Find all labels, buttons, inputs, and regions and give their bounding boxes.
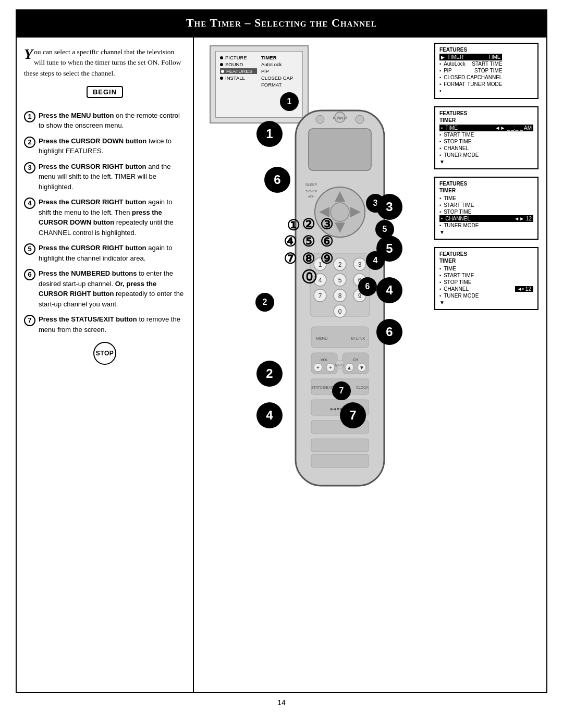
step-3-num: 3: [24, 162, 35, 174]
scr-closed-cap: CLOSED CAP: [261, 75, 298, 81]
big-circle-3: 3: [376, 194, 402, 220]
svg-text:CH: CH: [353, 358, 358, 362]
big-circle-2: 2: [256, 361, 283, 387]
scr-autolock: AutoLock: [261, 61, 298, 67]
menu4-arrow-down: ▼: [439, 299, 533, 306]
remote-svg: 1 2 3 4 5 6 7 8 9 0: [264, 108, 415, 499]
svg-text:STATUS/EXIT: STATUS/EXIT: [311, 386, 335, 389]
menu3-subtitle: TIMER: [439, 188, 533, 193]
menu1-item-closedcap: •CLOSED CAP CHANNEL: [439, 74, 502, 81]
remote-control-illustration: 1 2 3 4 5 6 7 8 9 0: [264, 108, 415, 500]
step-5: 5 Press the CURSOR RIGHT button again to…: [24, 243, 186, 263]
svg-text:8: 8: [338, 292, 342, 300]
overlay-step-1: 1: [280, 92, 299, 111]
menu4-title: FEATURES: [439, 251, 533, 257]
menu4-item-channel: •CHANNEL ◄• 12: [439, 286, 533, 292]
tv-menu-1: FEATURES ▶TIMER TIME •AutoLock START TIM…: [434, 43, 538, 99]
overlay-step-7: 7: [332, 381, 351, 400]
menu2-item-time: •TIME ◄► _ _:_ _ AM: [439, 125, 533, 131]
menu1-item-pip: •PiP STOP TIME: [439, 67, 502, 74]
step-2-text: Press the CURSOR DOWN button twice to hi…: [39, 136, 186, 156]
menu3-item-time: •TIME: [439, 195, 533, 202]
svg-text:+: +: [329, 365, 332, 371]
menu4-item-starttime: •START TIME: [439, 272, 533, 279]
svg-point-58: [356, 115, 364, 124]
large-num-0: ⓪: [302, 267, 316, 287]
overlay-step-2: 2: [255, 293, 274, 312]
big-circle-4b: 4: [256, 402, 283, 428]
menu1-item-timer: ▶TIMER TIME: [439, 54, 502, 60]
large-num-3: ③: [320, 216, 333, 233]
menu4-item-time: •TIME: [439, 265, 533, 272]
svg-point-7: [331, 203, 349, 221]
menu2-item-stoptime: •STOP TIME: [439, 138, 533, 145]
begin-label: BEGIN: [87, 86, 123, 98]
scr-install: INSTALL: [225, 75, 245, 81]
page-number: 14: [0, 693, 563, 712]
step-4: 4 Press the CURSOR RIGHT button again to…: [24, 197, 186, 238]
menu1-item-autolock: •AutoLock START TIME: [439, 60, 502, 67]
menu3-item-starttime: •START TIME: [439, 202, 533, 208]
menu2-title: FEATURES: [439, 110, 533, 116]
svg-text:MENU: MENU: [315, 336, 328, 341]
svg-text:M-LINK: M-LINK: [351, 336, 365, 341]
tv-menu-4: FEATURES TIMER •TIME •START TIME •STOP T…: [434, 247, 538, 310]
step-7-num: 7: [24, 315, 35, 326]
menu3-arrow-down: ▼: [439, 229, 533, 236]
step-4-text: Press the CURSOR RIGHT button again to s…: [39, 197, 186, 238]
step-7: 7 Press the STATUS/EXIT button to remove…: [24, 314, 186, 335]
svg-text:TV/VCR: TV/VCR: [305, 190, 317, 193]
step-6-text: Press the NUMBERED buttons to enter the …: [39, 268, 186, 309]
large-num-4: ④: [284, 233, 297, 250]
svg-text:4: 4: [319, 277, 322, 284]
big-circle-6b: 6: [376, 319, 402, 345]
step-1-num: 1: [24, 111, 35, 122]
step-5-text: Press the CURSOR RIGHT button again to h…: [39, 243, 186, 263]
menu3-item-stoptime: •STOP TIME: [439, 208, 533, 215]
tv-menu-3: FEATURES TIMER •TIME •START TIME •STOP T…: [434, 177, 538, 240]
menu3-title: FEATURES: [439, 181, 533, 187]
large-num-6: ⑥: [320, 233, 333, 250]
svg-rect-53: [311, 439, 369, 452]
big-circle-4: 4: [376, 277, 402, 303]
intro-body: ou can select a specific channel that th…: [24, 48, 181, 77]
svg-text:7: 7: [319, 292, 322, 300]
step-3-text: Press the CURSOR RIGHT button and the me…: [39, 162, 186, 192]
menu1-title: FEATURES: [439, 47, 533, 53]
svg-text:+: +: [316, 365, 320, 371]
menu3-item-tunermode: •TUNER MODE: [439, 222, 533, 229]
step-1-text: Press the MENU button on the remote cont…: [39, 110, 186, 131]
menus-container: FEATURES ▶TIMER TIME •AutoLock START TIM…: [434, 43, 538, 310]
scr-features: FEATURES: [226, 68, 252, 74]
large-num-8: ⑧: [302, 250, 315, 267]
menu1-item-format: •FORMAT TUNER MODE: [439, 81, 502, 88]
big-circle-7: 7: [340, 402, 366, 428]
header-title: The Timer – Selecting the Channel: [186, 16, 377, 29]
large-num-2: ②: [302, 216, 315, 233]
svg-text:0: 0: [338, 308, 342, 315]
menu2-item-starttime: •START TIME: [439, 131, 533, 138]
svg-text:5: 5: [338, 277, 342, 284]
step-7-text: Press the STATUS/EXIT button to remove t…: [39, 314, 186, 335]
stop-icon: STOP: [93, 342, 116, 365]
large-num-1: ①: [284, 216, 302, 235]
tv-menu-2: FEATURES TIMER •TIME ◄► _ _:_ _ AM •STAR…: [434, 106, 538, 169]
menu2-arrow-down: ▼: [439, 158, 533, 165]
svg-text:ADH: ADH: [308, 195, 315, 198]
menu2-item-channel: •CHANNEL: [439, 145, 533, 152]
intro-text: Y ou can select a specific channel that …: [24, 47, 186, 79]
large-num-7: ⑦: [284, 250, 297, 267]
menu4-item-tunermode: •TUNER MODE: [439, 292, 533, 299]
menu1-item-dot: •: [439, 88, 502, 94]
menu3-item-channel: •CHANNEL ◄► 12: [439, 215, 533, 222]
svg-text:2: 2: [338, 261, 342, 268]
left-panel: Y ou can select a specific channel that …: [17, 38, 194, 692]
menu2-subtitle: TIMER: [439, 117, 533, 123]
svg-text:MUTE: MUTE: [335, 363, 345, 367]
step-2: 2 Press the CURSOR DOWN button twice to …: [24, 136, 186, 156]
menu4-item-stoptime: •STOP TIME: [439, 279, 533, 286]
menu4-subtitle: TIMER: [439, 258, 533, 264]
large-num-5: ⑤: [302, 233, 315, 250]
svg-point-55: [316, 115, 324, 124]
step-3: 3 Press the CURSOR RIGHT button and the …: [24, 162, 186, 192]
